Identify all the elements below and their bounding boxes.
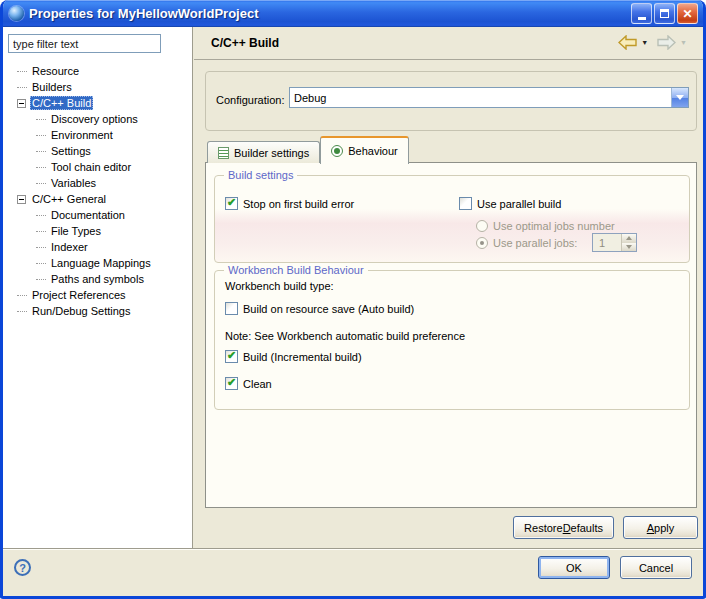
maximize-button[interactable] xyxy=(654,3,675,24)
checkbox-label: Use parallel build xyxy=(477,198,561,210)
minimize-button[interactable] xyxy=(631,3,652,24)
tree-item-project-references[interactable]: Project References xyxy=(3,287,191,303)
use-parallel-build-checkbox[interactable]: Use parallel build xyxy=(459,197,561,210)
tree-connector xyxy=(36,263,46,264)
tree-connector xyxy=(36,135,46,136)
configuration-select[interactable]: Debug xyxy=(289,87,689,108)
checkbox-icon xyxy=(225,302,238,315)
close-icon: ✕ xyxy=(682,8,692,20)
tree-item-discovery-options[interactable]: Discovery options xyxy=(3,111,191,127)
help-icon[interactable]: ? xyxy=(14,559,31,576)
tab-bar: Builder settingsBehaviour xyxy=(207,135,409,163)
tree-connector xyxy=(36,279,46,280)
spinner-down-icon xyxy=(622,243,636,252)
apply-button[interactable]: Apply xyxy=(623,516,698,539)
checkbox-label: Build on resource save (Auto build) xyxy=(243,303,414,315)
build-incremental-checkbox[interactable]: Build (Incremental build) xyxy=(225,350,362,363)
close-button[interactable]: ✕ xyxy=(677,3,698,24)
properties-tree: ResourceBuildersC/C++ BuildDiscovery opt… xyxy=(3,63,191,319)
tree-item-label: Settings xyxy=(49,144,93,158)
titlebar[interactable]: Properties for MyHellowWorldProject ✕ xyxy=(3,0,703,27)
tree-expander-icon[interactable] xyxy=(17,195,26,204)
tree-item-variables[interactable]: Variables xyxy=(3,175,191,191)
tree-item-language-mappings[interactable]: Language Mappings xyxy=(3,255,191,271)
tree-item-label: Variables xyxy=(49,176,98,190)
clean-checkbox[interactable]: Clean xyxy=(225,377,272,390)
build-settings-group: Build settings Stop on first build error… xyxy=(214,175,690,263)
spinner-up-icon xyxy=(622,234,636,243)
tree-item-documentation[interactable]: Documentation xyxy=(3,207,191,223)
maximize-icon xyxy=(660,9,669,18)
use-parallel-jobs-radio: Use parallel jobs: xyxy=(476,237,577,249)
tree-item-indexer[interactable]: Indexer xyxy=(3,239,191,255)
tree-item-label: Discovery options xyxy=(49,112,140,126)
spinner-value: 1 xyxy=(593,234,621,251)
tab-label: Builder settings xyxy=(234,147,309,159)
tree-item-label: Documentation xyxy=(49,208,127,222)
tree-connector xyxy=(36,215,46,216)
checkbox-label: Stop on first build error xyxy=(243,198,354,210)
sidebar: ResourceBuildersC/C++ BuildDiscovery opt… xyxy=(3,27,193,548)
tree-item-builders[interactable]: Builders xyxy=(3,79,191,95)
tree-item-label: Environment xyxy=(49,128,115,142)
ok-button[interactable]: OK xyxy=(538,556,610,579)
page-header: C/C++ Build ▼ ▼ xyxy=(194,27,703,60)
group-title: Build settings xyxy=(224,169,297,181)
checkbox-label: Build (Incremental build) xyxy=(243,351,362,363)
parallel-jobs-spinner: 1 xyxy=(592,233,637,252)
radio-icon xyxy=(476,237,488,249)
tree-expander-icon[interactable] xyxy=(17,99,26,108)
window-title: Properties for MyHellowWorldProject xyxy=(29,6,258,21)
build-on-resource-save-checkbox[interactable]: Build on resource save (Auto build) xyxy=(225,302,414,315)
checkbox-icon xyxy=(225,197,238,210)
chevron-down-icon[interactable] xyxy=(671,88,688,107)
tree-item-paths-and-symbols[interactable]: Paths and symbols xyxy=(3,271,191,287)
tab-behaviour[interactable]: Behaviour xyxy=(320,136,409,164)
tree-item-file-types[interactable]: File Types xyxy=(3,223,191,239)
tree-connector xyxy=(17,295,27,296)
forward-dropdown-icon: ▼ xyxy=(680,39,687,46)
tab-label: Behaviour xyxy=(348,145,398,157)
tree-item-run-debug-settings[interactable]: Run/Debug Settings xyxy=(3,303,191,319)
tree-item-c-c-general[interactable]: C/C++ General xyxy=(3,191,191,207)
tree-connector xyxy=(36,151,46,152)
cancel-button[interactable]: Cancel xyxy=(620,556,692,579)
radio-icon xyxy=(476,220,488,232)
checkbox-icon xyxy=(225,377,238,390)
tree-item-resource[interactable]: Resource xyxy=(3,63,191,79)
restore-defaults-button[interactable]: Restore Defaults xyxy=(513,516,614,539)
tree-item-c-c-build[interactable]: C/C++ Build xyxy=(3,95,191,111)
configuration-group: Configuration: Debug xyxy=(205,71,697,131)
radio-label: Use optimal jobs number xyxy=(493,220,615,232)
configuration-label: Configuration: xyxy=(216,94,285,106)
back-arrow-icon[interactable] xyxy=(618,35,637,50)
tab-builder-settings[interactable]: Builder settings xyxy=(207,141,320,163)
dialog-content: ResourceBuildersC/C++ BuildDiscovery opt… xyxy=(3,27,703,593)
tree-item-settings[interactable]: Settings xyxy=(3,143,191,159)
workbench-build-type-label: Workbench build type: xyxy=(225,280,334,292)
stop-on-first-build-error-checkbox[interactable]: Stop on first build error xyxy=(225,197,354,210)
workbench-behaviour-group: Workbench Build Behaviour Workbench buil… xyxy=(214,270,690,410)
radio-label: Use parallel jobs: xyxy=(493,237,577,249)
configuration-value: Debug xyxy=(290,92,671,104)
minimize-icon xyxy=(638,17,646,20)
tree-connector xyxy=(17,311,27,312)
tree-item-label: Language Mappings xyxy=(49,256,153,270)
defaults-row: Restore Defaults Apply xyxy=(513,516,698,539)
tree-connector xyxy=(17,87,27,88)
footer: ? OK Cancel xyxy=(3,550,703,593)
tree-item-label: C/C++ Build xyxy=(30,96,93,110)
checkbox-icon xyxy=(459,197,472,210)
tree-item-label: Run/Debug Settings xyxy=(30,304,132,318)
app-icon xyxy=(9,6,24,21)
tree-item-label: Tool chain editor xyxy=(49,160,133,174)
tree-item-environment[interactable]: Environment xyxy=(3,127,191,143)
tree-item-label: Resource xyxy=(30,64,81,78)
tree-connector xyxy=(36,231,46,232)
behaviour-icon xyxy=(331,145,343,157)
checkbox-icon xyxy=(225,350,238,363)
builder-settings-icon xyxy=(218,147,229,159)
tree-item-tool-chain-editor[interactable]: Tool chain editor xyxy=(3,159,191,175)
filter-input[interactable] xyxy=(8,34,161,53)
back-dropdown-icon[interactable]: ▼ xyxy=(641,39,648,46)
